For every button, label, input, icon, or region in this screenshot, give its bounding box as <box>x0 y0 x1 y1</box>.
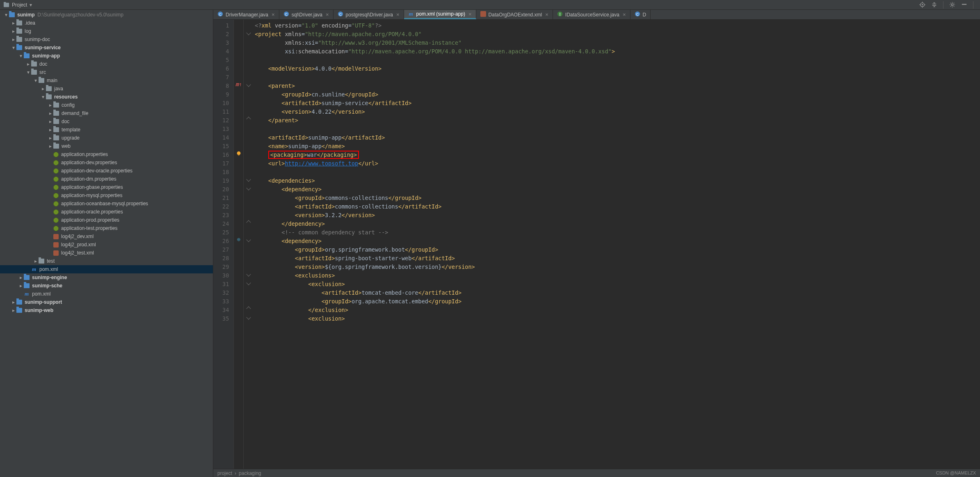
tree-item[interactable]: ▾ main <box>0 76 213 85</box>
code-line[interactable] <box>255 168 980 177</box>
code-line[interactable]: <?xml version="1.0" encoding="UTF-8"?> <box>255 21 980 30</box>
tree-item[interactable]: ▸ doc <box>0 60 213 68</box>
tree-item[interactable]: ▾ sunimp D:\Sunline\guangzhou\dev-v5.0\s… <box>0 11 213 19</box>
tree-item[interactable]: ▸ sunimp-web <box>0 306 213 314</box>
close-icon[interactable]: × <box>272 11 275 18</box>
tree-item[interactable]: application.properties <box>0 150 213 158</box>
tree-item[interactable]: ▸ .idea <box>0 19 213 27</box>
tree-arrow-icon[interactable]: ▸ <box>48 127 53 133</box>
tree-arrow-icon[interactable]: ▸ <box>11 37 16 42</box>
editor-tab[interactable]: C DriverManager.java × <box>213 10 279 19</box>
tree-item[interactable]: application-prod.properties <box>0 216 213 224</box>
code-line[interactable]: <groupId>org.apache.tomcat.embed</groupI… <box>255 297 980 306</box>
tree-item[interactable]: log4j2_test.xml <box>0 249 213 257</box>
tree-item[interactable]: ▾ sunimp-app <box>0 52 213 60</box>
tree-arrow-icon[interactable]: ▸ <box>48 143 53 149</box>
breadcrumb-item[interactable]: packaging <box>239 470 261 476</box>
editor-tab[interactable]: C sql\Driver.java × <box>279 10 334 19</box>
fold-toggle-icon[interactable] <box>246 186 251 190</box>
tree-arrow-icon[interactable]: ▾ <box>25 69 31 75</box>
code-line[interactable]: </dependency> <box>255 220 980 228</box>
code-line[interactable] <box>255 73 980 82</box>
tree-item[interactable]: ▸ config <box>0 101 213 109</box>
tree-arrow-icon[interactable]: ▸ <box>18 275 24 280</box>
editor-tab[interactable]: DataOrgDAOExtend.xml × <box>476 10 553 19</box>
fold-toggle-icon[interactable] <box>246 117 251 121</box>
code-line[interactable] <box>255 56 980 64</box>
tree-item[interactable]: ▸ sunimp-doc <box>0 35 213 44</box>
close-icon[interactable]: × <box>326 11 329 18</box>
code-line[interactable]: <parent> <box>255 82 980 90</box>
fold-toggle-icon[interactable] <box>246 82 251 87</box>
fold-column[interactable] <box>243 20 253 469</box>
tree-item[interactable]: application-oracle.properties <box>0 208 213 216</box>
tree-item[interactable]: ▸ java <box>0 85 213 93</box>
code-line[interactable]: <artifactId>tomcat-embed-core</artifactI… <box>255 289 980 297</box>
fold-toggle-icon[interactable] <box>246 315 251 319</box>
code-line[interactable]: <groupId>commons-collections</groupId> <box>255 194 980 202</box>
code-line[interactable]: <!-- common dependency start --> <box>255 228 980 237</box>
code-line[interactable]: <version>${org.springframework.boot.vers… <box>255 263 980 271</box>
tree-arrow-icon[interactable]: ▸ <box>40 86 46 92</box>
fold-toggle-icon[interactable] <box>246 280 251 285</box>
breadcrumb-item[interactable]: project <box>217 470 232 476</box>
tree-arrow-icon[interactable]: ▸ <box>11 28 16 34</box>
tree-item[interactable]: ▸ template <box>0 126 213 134</box>
project-dropdown-arrow[interactable]: ▾ <box>30 2 32 8</box>
code-line[interactable]: <artifactId>sunimp-app</artifactId> <box>255 133 980 142</box>
tree-item[interactable]: m pom.xml <box>0 290 213 298</box>
tree-item[interactable]: ▸ log <box>0 27 213 35</box>
tree-item[interactable]: ▾ src <box>0 68 213 76</box>
tree-arrow-icon[interactable]: ▸ <box>48 110 53 116</box>
tree-item[interactable]: application-dev-oracle.properties <box>0 167 213 175</box>
editor-tab[interactable]: m pom.xml (sunimp-app) × <box>404 10 476 19</box>
breadcrumb-bar[interactable]: project › packaging <box>213 469 980 477</box>
tree-arrow-icon[interactable]: ▸ <box>25 61 31 67</box>
code-line[interactable]: </exclusion> <box>255 306 980 314</box>
tree-item[interactable]: application-test.properties <box>0 224 213 232</box>
code-line[interactable]: <dependencies> <box>255 177 980 185</box>
code-line[interactable]: <dependency> <box>255 237 980 245</box>
fold-toggle-icon[interactable] <box>246 306 251 311</box>
fold-toggle-icon[interactable] <box>246 220 251 225</box>
code-line[interactable]: <artifactId>commons-collections</artifac… <box>255 202 980 211</box>
tree-arrow-icon[interactable]: ▸ <box>11 299 16 305</box>
tree-item[interactable]: ▸ demand_file <box>0 109 213 117</box>
tree-arrow-icon[interactable]: ▾ <box>11 45 16 50</box>
tree-item[interactable]: ▸ doc <box>0 117 213 126</box>
tree-item[interactable]: ▾ resources <box>0 93 213 101</box>
code-line[interactable]: <version>3.2.2</version> <box>255 211 980 220</box>
tree-arrow-icon[interactable]: ▸ <box>33 258 39 264</box>
code-line[interactable]: <dependency> <box>255 185 980 194</box>
code-line[interactable] <box>255 125 980 133</box>
code-editor[interactable]: 1234567891011121314151617181920212223242… <box>213 20 980 469</box>
code-line[interactable]: <exclusion> <box>255 314 980 323</box>
tree-item[interactable]: application-dm.properties <box>0 175 213 183</box>
code-line[interactable]: <packaging>war</packaging> <box>255 151 980 159</box>
code-line[interactable]: <url>http://www.topsoft.top</url> <box>255 159 980 168</box>
tree-arrow-icon[interactable]: ▸ <box>48 102 53 108</box>
tree-arrow-icon[interactable]: ▾ <box>40 94 46 100</box>
close-icon[interactable]: × <box>545 11 548 18</box>
tree-arrow-icon[interactable]: ▸ <box>18 283 24 289</box>
tree-item[interactable]: ▸ web <box>0 142 213 150</box>
tree-arrow-icon[interactable]: ▾ <box>18 53 24 59</box>
code-line[interactable]: xsi:schemaLocation="http://maven.apache.… <box>255 47 980 56</box>
fold-toggle-icon[interactable] <box>246 272 251 276</box>
tree-arrow-icon[interactable]: ▾ <box>33 78 39 83</box>
project-tool-label[interactable]: Project <box>12 2 27 8</box>
tree-item[interactable]: ▸ test <box>0 257 213 265</box>
code-line[interactable]: </parent> <box>255 116 980 125</box>
collapse-all-icon[interactable] <box>931 2 937 8</box>
tree-arrow-icon[interactable]: ▸ <box>48 119 53 124</box>
hide-icon[interactable] <box>961 2 967 8</box>
tree-arrow-icon[interactable]: ▸ <box>11 307 16 313</box>
tree-item[interactable]: ▸ upgrade <box>0 134 213 142</box>
close-icon[interactable]: × <box>396 11 400 18</box>
tree-item[interactable]: ▾ sunimp-service <box>0 44 213 52</box>
tree-item[interactable]: log4j2_dev.xml <box>0 232 213 241</box>
gear-icon[interactable] <box>949 2 955 8</box>
code-line[interactable]: xmlns:xsi="http://www.w3.org/2001/XMLSch… <box>255 39 980 47</box>
code-line[interactable]: <artifactId>sunimp-service</artifactId> <box>255 99 980 108</box>
code-line[interactable]: <modelVersion>4.0.0</modelVersion> <box>255 64 980 73</box>
